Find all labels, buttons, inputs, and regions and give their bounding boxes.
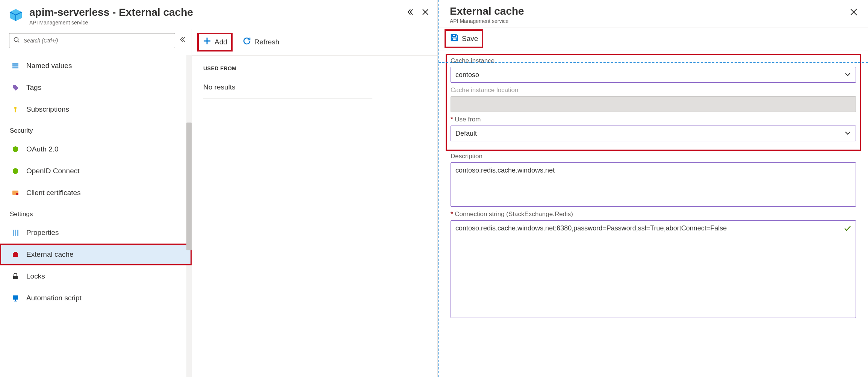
cache-instance-value: contoso — [455, 71, 479, 79]
apim-service-icon — [8, 8, 23, 24]
sidebar-item-tags[interactable]: Tags — [0, 77, 192, 98]
oauth-icon — [10, 145, 21, 153]
right-blade-header: External cache API Management service — [439, 0, 868, 27]
svg-rect-19 — [452, 38, 456, 41]
right-blade-subtitle: API Management service — [450, 18, 524, 24]
search-icon — [13, 36, 20, 44]
list-pane: Add Refresh USED FROM No results — [192, 29, 437, 377]
sidebar-item-oauth[interactable]: OAuth 2.0 — [0, 138, 192, 160]
sidebar-item-external-cache[interactable]: External cache — [0, 244, 192, 265]
svg-rect-17 — [13, 295, 18, 300]
connection-string-textarea[interactable]: contoso.redis.cache.windows.net:6380,pas… — [451, 220, 856, 318]
refresh-button-label: Refresh — [254, 38, 280, 46]
use-from-value: Default — [455, 130, 477, 138]
sidebar-item-properties[interactable]: Properties — [0, 222, 192, 244]
connection-string-value: contoso.redis.cache.windows.net:6380,pas… — [455, 224, 727, 232]
properties-icon — [10, 229, 21, 236]
named-values-icon — [10, 62, 21, 70]
plus-icon — [203, 36, 212, 48]
refresh-icon — [242, 36, 251, 48]
blade-external-cache-form: External cache API Management service Sa… — [438, 0, 868, 377]
save-button-label: Save — [462, 35, 478, 43]
chevron-down-icon — [844, 130, 851, 138]
blade-subtitle: API Management service — [29, 20, 406, 26]
svg-rect-8 — [15, 109, 16, 112]
collapse-blade-icon[interactable] — [406, 8, 413, 17]
sidebar-item-openid[interactable]: OpenID Connect — [0, 160, 192, 182]
svg-rect-14 — [13, 253, 18, 257]
description-label: Description — [451, 153, 856, 160]
sidebar-item-subscriptions[interactable]: Subscriptions — [0, 98, 192, 120]
blade-title: apim-serverless - External cache — [29, 6, 406, 19]
blade-external-cache: apim-serverless - External cache API Man… — [0, 0, 438, 377]
svg-rect-12 — [15, 230, 16, 236]
cache-instance-location-select — [451, 96, 856, 112]
svg-rect-11 — [13, 230, 14, 236]
sidebar-item-automation[interactable]: Automation script — [0, 287, 192, 309]
sidebar-collapse-icon[interactable] — [179, 36, 186, 45]
sidebar-item-label: Automation script — [26, 294, 82, 302]
close-icon[interactable] — [849, 8, 858, 18]
sidebar-item-label: OAuth 2.0 — [26, 145, 59, 153]
search-input[interactable]: Search (Ctrl+/) — [9, 33, 175, 48]
sidebar-group-security: Security — [0, 120, 192, 138]
save-button[interactable]: Save — [446, 31, 482, 47]
cache-instance-location-label: Cache instance location — [451, 86, 856, 94]
sidebar-item-client-certs[interactable]: Client certificates — [0, 182, 192, 204]
use-from-label: Use from — [451, 116, 856, 123]
sidebar-item-label: Properties — [26, 229, 59, 237]
highlighted-section: Cache instance contoso Cache instance lo… — [447, 55, 860, 150]
refresh-button[interactable]: Refresh — [239, 34, 283, 50]
add-button-label: Add — [215, 38, 227, 46]
automation-icon — [10, 294, 21, 302]
svg-rect-18 — [452, 35, 455, 36]
sidebar-item-label: Tags — [26, 83, 41, 92]
save-icon — [450, 33, 459, 44]
sidebar-item-label: OpenID Connect — [26, 167, 80, 175]
locks-icon — [10, 273, 21, 280]
right-blade-title: External cache — [450, 5, 524, 17]
sidebar-item-named-values[interactable]: Named values — [0, 55, 192, 77]
empty-state: No results — [203, 76, 372, 98]
sidebar-item-label: Client certificates — [26, 189, 81, 197]
close-blade-icon[interactable] — [422, 8, 429, 17]
description-textarea[interactable]: contoso.redis.cache.windows.net — [451, 162, 856, 207]
svg-rect-5 — [12, 65, 18, 67]
svg-line-3 — [18, 41, 19, 42]
sidebar-group-settings: Settings — [0, 204, 192, 222]
add-button[interactable]: Add — [199, 34, 231, 50]
blade-header: apim-serverless - External cache API Man… — [0, 0, 437, 29]
svg-rect-6 — [12, 67, 18, 68]
chevron-down-icon — [844, 71, 851, 79]
sidebar-item-label: Named values — [26, 62, 72, 70]
svg-point-2 — [14, 38, 18, 42]
sidebar-item-label: Locks — [26, 272, 45, 280]
certificate-icon — [10, 189, 21, 197]
search-placeholder: Search (Ctrl+/) — [24, 38, 58, 44]
toolbar: Add Refresh — [192, 29, 437, 56]
svg-rect-16 — [13, 276, 18, 279]
validation-check-icon — [844, 224, 851, 234]
column-header-used-from: USED FROM — [203, 65, 372, 76]
cache-instance-select[interactable]: contoso — [451, 67, 856, 83]
sidebar-scroll[interactable]: Named values Tags Subscriptions Security… — [0, 55, 192, 377]
cache-instance-label: Cache instance — [451, 57, 856, 65]
svg-rect-13 — [17, 230, 18, 236]
openid-icon — [10, 167, 21, 175]
sidebar-item-label: Subscriptions — [26, 105, 69, 114]
connection-string-label: Connection string (StackExchange.Redis) — [451, 210, 856, 218]
svg-rect-15 — [14, 252, 17, 253]
svg-point-10 — [16, 193, 18, 195]
tags-icon — [10, 84, 21, 91]
svg-rect-4 — [12, 63, 18, 65]
sidebar-item-label: External cache — [26, 250, 74, 259]
sidebar: Search (Ctrl+/) Named values Tags — [0, 29, 192, 377]
svg-point-7 — [14, 107, 17, 109]
description-value: contoso.redis.cache.windows.net — [455, 167, 555, 174]
subscriptions-icon — [10, 106, 21, 113]
sidebar-item-locks[interactable]: Locks — [0, 265, 192, 287]
form: Cache instance contoso Cache instance lo… — [439, 50, 868, 329]
use-from-select[interactable]: Default — [451, 126, 856, 141]
external-cache-icon — [10, 251, 21, 258]
